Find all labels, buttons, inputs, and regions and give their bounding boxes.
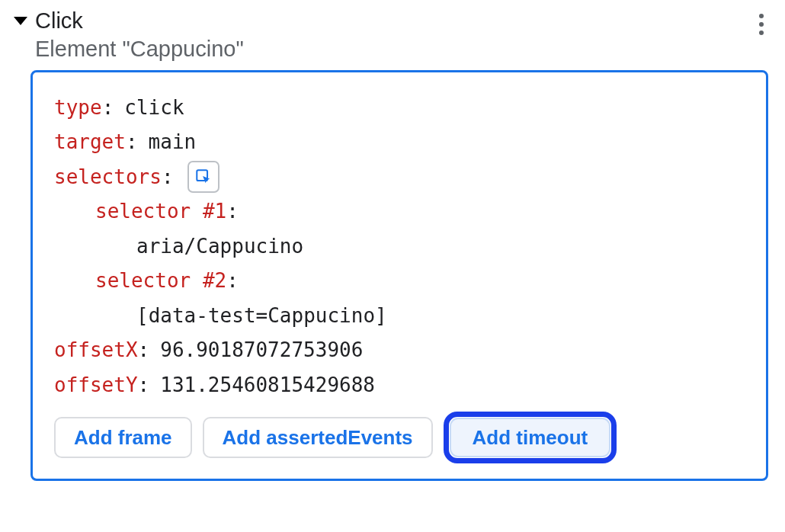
selector-2-key: selector #2 bbox=[95, 264, 226, 299]
offsety-row[interactable]: offsetY: 131.25460815429688 bbox=[54, 368, 745, 403]
action-button-row: Add frame Add assertedEvents Add timeout bbox=[54, 412, 745, 463]
step-header: Click Element "Cappucino" bbox=[14, 6, 771, 70]
offsetx-value: 96.90187072753906 bbox=[160, 333, 363, 368]
step-details-panel: type: click target: main selectors: sele… bbox=[30, 70, 768, 482]
add-timeout-button[interactable]: Add timeout bbox=[450, 418, 611, 457]
add-frame-button[interactable]: Add frame bbox=[54, 417, 192, 458]
offsety-key: offsetY bbox=[54, 368, 138, 403]
step-subtitle: Element "Cappucino" bbox=[35, 36, 244, 62]
offsetx-key: offsetX bbox=[54, 333, 138, 368]
select-element-icon[interactable] bbox=[187, 161, 219, 193]
type-value: click bbox=[124, 91, 184, 126]
selector-1-value-row[interactable]: aria/Cappucino bbox=[54, 229, 745, 264]
step-title-block: Click Element "Cappucino" bbox=[35, 8, 244, 62]
chevron-down-icon[interactable] bbox=[14, 17, 27, 25]
selector-1-key: selector #1 bbox=[95, 194, 226, 229]
selectors-key: selectors bbox=[54, 160, 162, 195]
type-row[interactable]: type: click bbox=[54, 91, 745, 126]
selector-1-row[interactable]: selector #1: bbox=[54, 194, 745, 229]
target-value: main bbox=[149, 125, 197, 160]
more-menu-icon[interactable] bbox=[751, 8, 771, 41]
target-row[interactable]: target: main bbox=[54, 125, 745, 160]
selector-2-value-row[interactable]: [data-test=Cappucino] bbox=[54, 299, 745, 334]
type-key: type bbox=[54, 91, 102, 126]
selector-1-value: aria/Cappucino bbox=[136, 229, 303, 264]
offsety-value: 131.25460815429688 bbox=[160, 368, 375, 403]
target-key: target bbox=[54, 125, 126, 160]
step-title: Click bbox=[35, 8, 244, 34]
step-header-left: Click Element "Cappucino" bbox=[14, 8, 244, 62]
add-asserted-events-button[interactable]: Add assertedEvents bbox=[203, 417, 433, 458]
selectors-row[interactable]: selectors: bbox=[54, 160, 745, 195]
selector-2-value: [data-test=Cappucino] bbox=[136, 299, 387, 334]
add-timeout-highlight: Add timeout bbox=[444, 412, 617, 463]
selector-2-row[interactable]: selector #2: bbox=[54, 264, 745, 299]
offsetx-row[interactable]: offsetX: 96.90187072753906 bbox=[54, 333, 745, 368]
